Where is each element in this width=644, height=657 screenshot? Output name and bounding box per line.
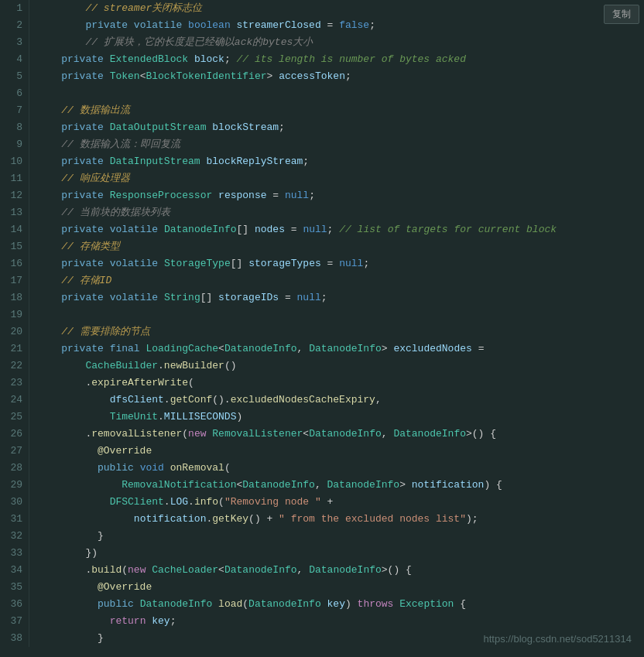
code-line-35: @Override — [37, 579, 644, 596]
line-numbers: 1 2 3 4 5 6 7 8 9 10 11 12 13 14 15 16 1… — [0, 0, 29, 647]
code-line-32: } — [37, 528, 644, 545]
code-line-5: private Token<BlockTokenIdentifier> acce… — [37, 68, 644, 85]
watermark: https://blog.csdn.net/sod5211314 — [483, 633, 632, 645]
code-line-36: public DatanodeInfo load(DatanodeInfo ke… — [37, 596, 644, 613]
code-line-17: // 存储ID — [37, 272, 644, 289]
code-line-24: dfsClient.getConf().excludedNodesCacheEx… — [37, 392, 644, 409]
code-line-15: // 存储类型 — [37, 238, 644, 255]
code-line-13: // 当前块的数据块列表 — [37, 204, 644, 221]
code-line-9: // 数据输入流：即回复流 — [37, 136, 644, 153]
code-line-22: CacheBuilder.newBuilder() — [37, 358, 644, 375]
code-line-10: private DataInputStream blockReplyStream… — [37, 153, 644, 170]
code-line-28: public void onRemoval( — [37, 460, 644, 477]
code-lines: // streamer关闭标志位 private volatile boolea… — [29, 0, 644, 647]
code-line-23: .expireAfterWrite( — [37, 375, 644, 392]
code-line-8: private DataOutputStream blockStream; — [37, 119, 644, 136]
code-line-27: @Override — [37, 443, 644, 460]
code-line-29: RemovalNotification<DatanodeInfo, Datano… — [37, 477, 644, 494]
code-line-34: .build(new CacheLoader<DatanodeInfo, Dat… — [37, 562, 644, 579]
code-line-20: // 需要排除的节点 — [37, 323, 644, 340]
code-line-16: private volatile StorageType[] storageTy… — [37, 255, 644, 272]
code-line-6 — [37, 85, 644, 102]
code-line-7: // 数据输出流 — [37, 102, 644, 119]
copy-button[interactable]: 复制 — [604, 5, 639, 24]
code-line-21: private final LoadingCache<DatanodeInfo,… — [37, 340, 644, 358]
code-line-3: // 扩展块，它的长度是已经确以ack的bytes大小 — [37, 34, 644, 51]
code-line-12: private ResponseProcessor response = nul… — [37, 187, 644, 204]
code-line-2: private volatile boolean streamerClosed … — [37, 17, 644, 34]
code-line-37: return key; — [37, 613, 644, 630]
code-line-26: .removalListener(new RemovalListener<Dat… — [37, 426, 644, 443]
code-line-1: // streamer关闭标志位 — [37, 0, 644, 17]
code-line-25: TimeUnit.MILLISECONDS) — [37, 409, 644, 426]
code-line-30: DFSClient.LOG.info("Removing node " + — [37, 494, 644, 511]
code-editor: 1 2 3 4 5 6 7 8 9 10 11 12 13 14 15 16 1… — [0, 0, 644, 647]
code-line-19 — [37, 306, 644, 323]
code-line-18: private volatile String[] storageIDs = n… — [37, 289, 644, 306]
code-line-11: // 响应处理器 — [37, 170, 644, 187]
code-line-4: private ExtendedBlock block; // its leng… — [37, 51, 644, 68]
code-line-14: private volatile DatanodeInfo[] nodes = … — [37, 221, 644, 238]
code-line-31: notification.getKey() + " from the exclu… — [37, 511, 644, 528]
code-line-33: }) — [37, 545, 644, 562]
